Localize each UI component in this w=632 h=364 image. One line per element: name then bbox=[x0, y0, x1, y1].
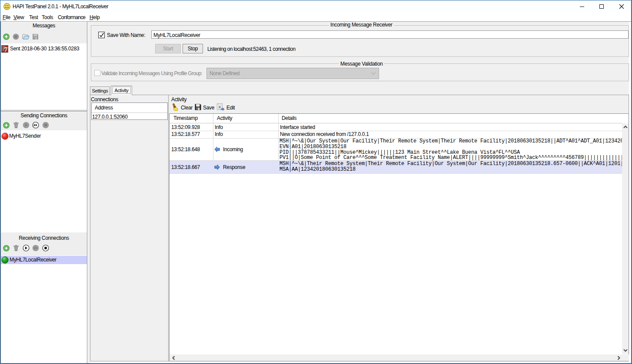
svg-text:7: 7 bbox=[4, 46, 7, 53]
